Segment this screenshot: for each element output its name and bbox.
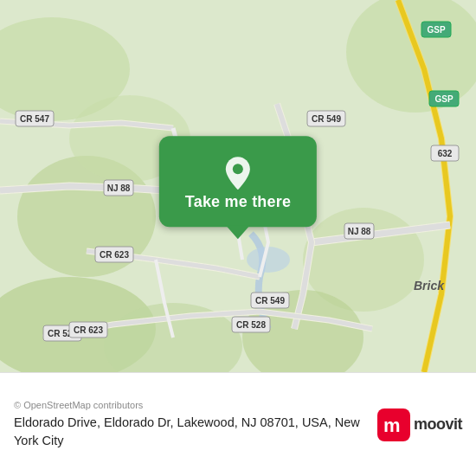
location-pin-icon — [222, 155, 254, 186]
svg-point-37 — [233, 164, 243, 174]
svg-text:632: 632 — [438, 149, 453, 158]
moovit-icon: m — [377, 408, 410, 441]
svg-text:NJ 88: NJ 88 — [107, 183, 131, 193]
svg-text:GSP: GSP — [427, 25, 445, 35]
svg-point-9 — [247, 247, 290, 273]
svg-text:CR 528: CR 528 — [236, 320, 266, 330]
info-bar: © OpenStreetMap contributors Eldorado Dr… — [0, 372, 476, 476]
copyright-text: © OpenStreetMap contributors — [14, 400, 367, 410]
moovit-brand-name: moovit — [414, 415, 462, 434]
take-me-there-button[interactable]: Take me there — [159, 136, 317, 227]
svg-text:CR 549: CR 549 — [312, 114, 341, 124]
moovit-logo: m moovit — [377, 408, 462, 441]
svg-text:CR 549: CR 549 — [255, 296, 285, 306]
svg-text:GSP: GSP — [434, 94, 453, 104]
svg-text:CR 623: CR 623 — [74, 325, 103, 335]
address-info: © OpenStreetMap contributors Eldorado Dr… — [14, 400, 367, 449]
svg-text:CR 547: CR 547 — [20, 114, 49, 124]
map-view: CR 547 GSP GSP CR 549 632 NJ 88 CR 549 C… — [0, 0, 476, 372]
take-me-there-overlay[interactable]: Take me there — [159, 136, 317, 227]
take-me-there-label: Take me there — [185, 193, 291, 211]
svg-text:NJ 88: NJ 88 — [348, 227, 371, 236]
address-text: Eldorado Drive, Eldorado Dr, Lakewood, N… — [14, 414, 367, 449]
svg-text:Brick: Brick — [414, 279, 445, 293]
svg-text:m: m — [383, 415, 401, 436]
svg-text:CR 623: CR 623 — [100, 250, 129, 260]
